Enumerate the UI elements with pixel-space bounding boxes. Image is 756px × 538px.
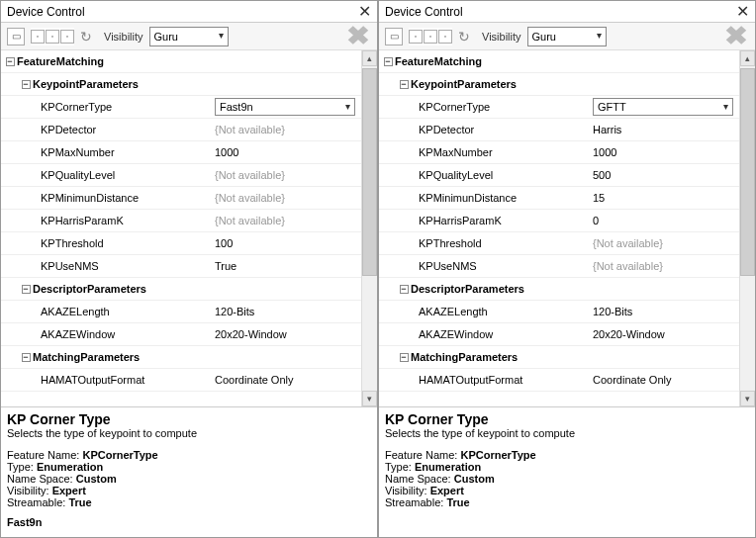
tree-root[interactable]: −FeatureMatching <box>379 50 739 73</box>
titlebar: Device Control ✕ <box>1 1 377 23</box>
close-icon[interactable]: ✕ <box>736 2 749 21</box>
prop-row[interactable]: AKAZEWindow20x20-Window <box>379 323 739 346</box>
close-icon[interactable]: ✕ <box>358 2 371 21</box>
desc-title: KP Corner Type <box>385 411 749 427</box>
device-control-panel: Device Control ✕ ▭ ▫▫▫ ↻ Visibility Guru… <box>0 0 378 538</box>
prop-row[interactable]: KPHarrisParamK{Not available} <box>1 210 361 232</box>
prop-row[interactable]: KPMinimunDistance{Not available} <box>1 187 361 210</box>
toolbar: ▭ ▫▫▫ ↻ Visibility Guru ✖ <box>1 23 377 50</box>
layout-icons[interactable]: ▫▫▫ <box>31 28 74 45</box>
scroll-down-icon[interactable]: ▾ <box>362 391 377 406</box>
prop-row[interactable]: KPCornerType Fast9n <box>1 96 361 119</box>
prop-row[interactable]: HAMATOutputFormatCoordinate Only <box>1 369 361 392</box>
layout-icons[interactable]: ▫▫▫ <box>409 28 452 45</box>
visibility-label: Visibility <box>104 31 143 43</box>
prop-row[interactable]: KPCornerTypeGFTT <box>379 96 739 119</box>
scroll-up-icon[interactable]: ▴ <box>362 50 377 66</box>
collapse-icon[interactable]: − <box>384 57 393 66</box>
view-mode-icon[interactable]: ▭ <box>7 28 25 45</box>
collapse-icon[interactable]: − <box>22 353 31 362</box>
scroll-up-icon[interactable]: ▴ <box>740 50 755 66</box>
scroll-thumb[interactable] <box>362 68 377 276</box>
group-descriptor[interactable]: −DescriptorParameters <box>379 278 739 301</box>
vertical-scrollbar[interactable]: ▴ ▾ <box>739 50 755 406</box>
prop-row[interactable]: AKAZELength120-Bits <box>379 301 739 323</box>
property-grid: −FeatureMatching −KeypointParameters KPC… <box>1 50 377 406</box>
property-grid: −FeatureMatching −KeypointParameters KPC… <box>379 50 755 406</box>
refresh-icon[interactable]: ↻ <box>458 29 474 45</box>
collapse-icon[interactable]: − <box>22 285 31 294</box>
prop-row[interactable]: KPMaxNumber1000 <box>1 141 361 164</box>
group-matching[interactable]: −MatchingParameters <box>1 346 361 369</box>
toolbar: ▭ ▫▫▫ ↻ Visibility Guru ✖ <box>379 23 755 50</box>
prop-row[interactable]: HAMATOutputFormatCoordinate Only <box>379 369 739 392</box>
prop-row[interactable]: KPUseNMS{Not available} <box>379 255 739 278</box>
description-pane: KP Corner Type Selects the type of keypo… <box>379 406 755 537</box>
prop-row[interactable]: KPMaxNumber1000 <box>379 141 739 164</box>
group-keypoint[interactable]: −KeypointParameters <box>1 73 361 96</box>
window-title: Device Control <box>385 5 736 19</box>
kpcornertype-select[interactable]: Fast9n <box>215 98 355 116</box>
prop-row[interactable]: KPQualityLevel500 <box>379 164 739 187</box>
prop-row[interactable]: KPMinimunDistance15 <box>379 187 739 210</box>
prop-row[interactable]: KPHarrisParamK0 <box>379 210 739 232</box>
desc-title: KP Corner Type <box>7 411 371 427</box>
kpcornertype-select[interactable]: GFTT <box>593 98 733 116</box>
group-keypoint[interactable]: −KeypointParameters <box>379 73 739 96</box>
prop-row[interactable]: KPQualityLevel{Not available} <box>1 164 361 187</box>
prop-row[interactable]: KPUseNMSTrue <box>1 255 361 278</box>
desc-text: Selects the type of keypoint to compute <box>385 427 749 439</box>
visibility-label: Visibility <box>482 31 521 43</box>
group-matching[interactable]: −MatchingParameters <box>379 346 739 369</box>
desc-current-value: Fast9n <box>7 516 371 528</box>
visibility-select[interactable]: Guru <box>149 27 229 46</box>
desc-text: Selects the type of keypoint to compute <box>7 427 371 439</box>
titlebar: Device Control ✕ <box>379 1 755 23</box>
collapse-icon[interactable]: − <box>22 80 31 89</box>
device-control-panel: Device Control ✕ ▭ ▫▫▫ ↻ Visibility Guru… <box>378 0 756 538</box>
clear-icon[interactable]: ✖ <box>724 21 748 51</box>
clear-icon[interactable]: ✖ <box>346 21 370 51</box>
prop-row[interactable]: KPDetector{Not available} <box>1 119 361 141</box>
refresh-icon[interactable]: ↻ <box>80 29 96 45</box>
group-descriptor[interactable]: −DescriptorParameters <box>1 278 361 301</box>
collapse-icon[interactable]: − <box>400 353 409 362</box>
scroll-thumb[interactable] <box>740 68 755 276</box>
collapse-icon[interactable]: − <box>400 285 409 294</box>
collapse-icon[interactable]: − <box>400 80 409 89</box>
view-mode-icon[interactable]: ▭ <box>385 28 403 45</box>
tree-root[interactable]: −FeatureMatching <box>1 50 361 73</box>
visibility-select[interactable]: Guru <box>527 27 607 46</box>
prop-row[interactable]: KPThreshold100 <box>1 232 361 255</box>
window-title: Device Control <box>7 5 358 19</box>
description-pane: KP Corner Type Selects the type of keypo… <box>1 406 377 537</box>
scroll-down-icon[interactable]: ▾ <box>740 391 755 406</box>
prop-row[interactable]: AKAZEWindow20x20-Window <box>1 323 361 346</box>
prop-row[interactable]: KPDetectorHarris <box>379 119 739 141</box>
collapse-icon[interactable]: − <box>6 57 15 66</box>
prop-row[interactable]: KPThreshold{Not available} <box>379 232 739 255</box>
prop-row[interactable]: AKAZELength120-Bits <box>1 301 361 323</box>
vertical-scrollbar[interactable]: ▴ ▾ <box>361 50 377 406</box>
